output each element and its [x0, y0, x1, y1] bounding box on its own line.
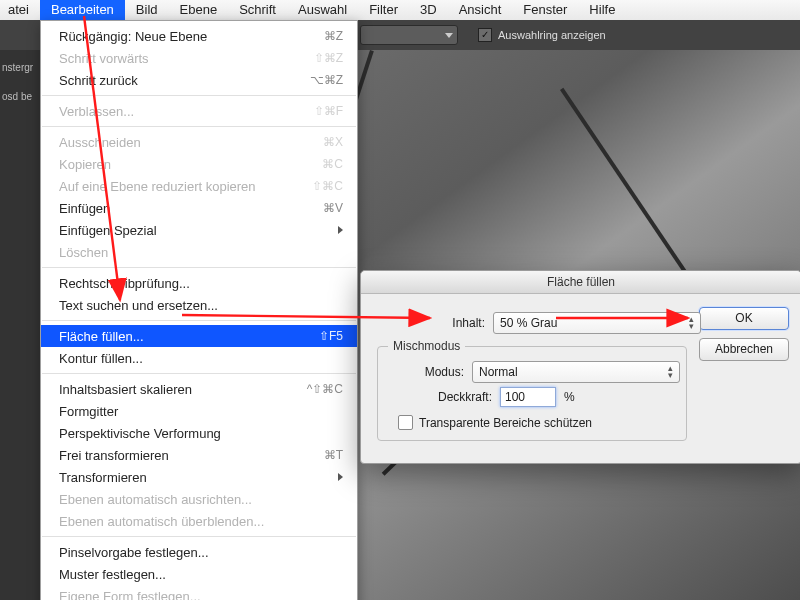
- menu-separator: [42, 536, 356, 537]
- menu-item[interactable]: Einfügen⌘V: [41, 197, 357, 219]
- menu-item-label: Frei transformieren: [59, 448, 169, 463]
- menu-select[interactable]: Auswahl: [287, 0, 358, 20]
- content-value: 50 % Grau: [500, 316, 557, 330]
- blend-legend: Mischmodus: [388, 339, 465, 353]
- menu-item: Eigene Form festlegen...: [41, 585, 357, 600]
- menu-item-label: Inhaltsbasiert skalieren: [59, 382, 192, 397]
- menu-item-label: Muster festlegen...: [59, 567, 166, 582]
- menu-shortcut: ⌘T: [324, 448, 343, 462]
- dialog-title: Fläche füllen: [361, 271, 800, 294]
- opacity-unit: %: [564, 390, 575, 404]
- mode-value: Normal: [479, 365, 518, 379]
- menu-item-label: Verblassen...: [59, 104, 134, 119]
- menu-item: Kopieren⌘C: [41, 153, 357, 175]
- menu-item-label: Fläche füllen...: [59, 329, 144, 344]
- menu-item: Schritt vorwärts⇧⌘Z: [41, 47, 357, 69]
- menu-item-label: Text suchen und ersetzen...: [59, 298, 218, 313]
- menu-shortcut: ^⇧⌘C: [307, 382, 343, 396]
- menu-item[interactable]: Transformieren: [41, 466, 357, 488]
- menu-item-label: Ausschneiden: [59, 135, 141, 150]
- menu-shortcut: ⌘Z: [324, 29, 343, 43]
- opacity-input[interactable]: 100: [500, 387, 556, 407]
- menu-window[interactable]: Fenster: [512, 0, 578, 20]
- menu-item[interactable]: Schritt zurück⌥⌘Z: [41, 69, 357, 91]
- menu-item[interactable]: Rechtschreibprüfung...: [41, 272, 357, 294]
- menu-image[interactable]: Bild: [125, 0, 169, 20]
- menu-separator: [42, 126, 356, 127]
- menu-item-label: Schritt zurück: [59, 73, 138, 88]
- menu-separator: [42, 373, 356, 374]
- menu-item[interactable]: Formgitter: [41, 400, 357, 422]
- menu-item: Verblassen...⇧⌘F: [41, 100, 357, 122]
- menu-item-label: Kontur füllen...: [59, 351, 143, 366]
- menu-item[interactable]: Kontur füllen...: [41, 347, 357, 369]
- menu-item-label: Einfügen: [59, 201, 110, 216]
- updown-icon: ▴▾: [665, 365, 675, 379]
- check-icon: ✓: [478, 28, 492, 42]
- menu-separator: [42, 267, 356, 268]
- menu-item[interactable]: Pinselvorgabe festlegen...: [41, 541, 357, 563]
- mode-select[interactable]: Normal ▴▾: [472, 361, 680, 383]
- menu-separator: [42, 95, 356, 96]
- updown-icon: ▴▾: [686, 316, 696, 330]
- menu-file[interactable]: atei: [2, 0, 40, 20]
- menu-item-label: Rechtschreibprüfung...: [59, 276, 190, 291]
- menubar: atei Bearbeiten Bild Ebene Schrift Auswa…: [0, 0, 800, 21]
- menu-3d[interactable]: 3D: [409, 0, 448, 20]
- menu-item: Ebenen automatisch überblenden...: [41, 510, 357, 532]
- content-label: Inhalt:: [377, 316, 485, 330]
- chevron-right-icon: [338, 226, 343, 234]
- menu-item[interactable]: Fläche füllen...⇧F5: [41, 325, 357, 347]
- menu-item[interactable]: Muster festlegen...: [41, 563, 357, 585]
- menu-shortcut: ⌥⌘Z: [310, 73, 343, 87]
- menu-item[interactable]: Text suchen und ersetzen...: [41, 294, 357, 316]
- menu-item-label: Rückgängig: Neue Ebene: [59, 29, 207, 44]
- edit-menu-dropdown: Rückgängig: Neue Ebene⌘ZSchritt vorwärts…: [40, 20, 358, 600]
- menu-item: Löschen: [41, 241, 357, 263]
- menu-item-label: Formgitter: [59, 404, 118, 419]
- menu-item-label: Pinselvorgabe festlegen...: [59, 545, 209, 560]
- menu-item-label: Auf eine Ebene reduziert kopieren: [59, 179, 256, 194]
- transparent-label: Transparente Bereiche schützen: [419, 416, 592, 430]
- menu-item[interactable]: Einfügen Spezial: [41, 219, 357, 241]
- menu-item-label: Ebenen automatisch ausrichten...: [59, 492, 252, 507]
- menu-filter[interactable]: Filter: [358, 0, 409, 20]
- menu-item-label: Ebenen automatisch überblenden...: [59, 514, 264, 529]
- selection-ring-checkbox[interactable]: ✓ Auswahlring anzeigen: [478, 28, 606, 42]
- menu-shortcut: ⇧⌘Z: [314, 51, 343, 65]
- left-panel: nstergr osd be: [0, 50, 40, 600]
- menu-shortcut: ⇧F5: [319, 329, 343, 343]
- left-text-2: osd be: [2, 91, 38, 102]
- menu-item[interactable]: Inhaltsbasiert skalieren^⇧⌘C: [41, 378, 357, 400]
- menu-view[interactable]: Ansicht: [448, 0, 513, 20]
- menu-layer[interactable]: Ebene: [169, 0, 229, 20]
- menu-help[interactable]: Hilfe: [578, 0, 626, 20]
- chevron-down-icon: [445, 33, 453, 38]
- menu-type[interactable]: Schrift: [228, 0, 287, 20]
- chevron-right-icon: [338, 473, 343, 481]
- menu-item: Auf eine Ebene reduziert kopieren⇧⌘C: [41, 175, 357, 197]
- menu-shortcut: ⇧⌘C: [312, 179, 343, 193]
- menu-item: Ausschneiden⌘X: [41, 131, 357, 153]
- transparent-checkbox[interactable]: [398, 415, 413, 430]
- left-text-1: nstergr: [2, 62, 38, 73]
- menu-item-label: Schritt vorwärts: [59, 51, 149, 66]
- menu-item-label: Löschen: [59, 245, 108, 260]
- menu-shortcut: ⌘C: [322, 157, 343, 171]
- content-select[interactable]: 50 % Grau ▴▾: [493, 312, 701, 334]
- menu-edit[interactable]: Bearbeiten: [40, 0, 125, 20]
- menu-item-label: Einfügen Spezial: [59, 223, 157, 238]
- menu-item[interactable]: Perspektivische Verformung: [41, 422, 357, 444]
- menu-item[interactable]: Rückgängig: Neue Ebene⌘Z: [41, 25, 357, 47]
- menu-shortcut: ⌘X: [323, 135, 343, 149]
- menu-item-label: Eigene Form festlegen...: [59, 589, 201, 601]
- cancel-button[interactable]: Abbrechen: [699, 338, 789, 361]
- ok-button[interactable]: OK: [699, 307, 789, 330]
- opacity-label: Deckkraft:: [384, 390, 492, 404]
- mode-label: Modus:: [384, 365, 464, 379]
- fill-dialog: Fläche füllen OK Abbrechen Inhalt: 50 % …: [360, 270, 800, 464]
- menu-item[interactable]: Frei transformieren⌘T: [41, 444, 357, 466]
- options-combo[interactable]: [360, 25, 458, 45]
- menu-separator: [42, 320, 356, 321]
- menu-shortcut: ⇧⌘F: [314, 104, 343, 118]
